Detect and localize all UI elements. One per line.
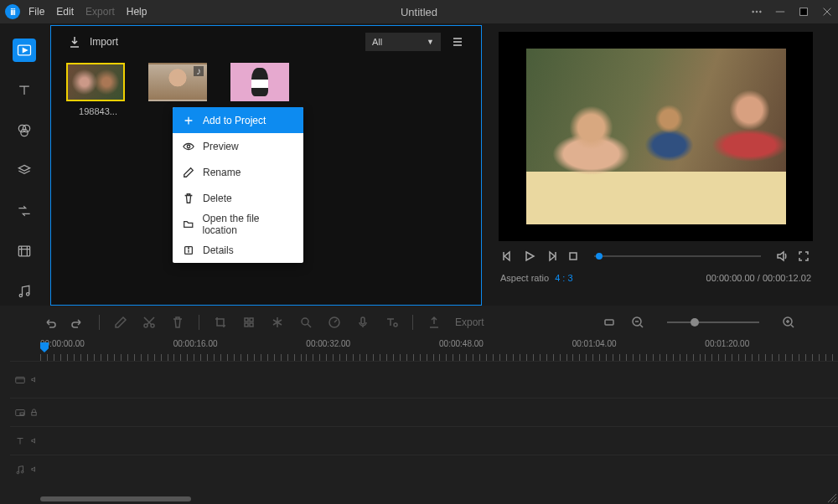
cut-button[interactable] [142,315,157,330]
ctx-add-to-project[interactable]: Add to Project [173,107,303,133]
prev-frame-button[interactable] [500,249,515,264]
info-icon [183,244,194,256]
zoom-in-button[interactable] [781,315,796,330]
timeline-scrollbar[interactable] [0,494,838,504]
sidebar-audio[interactable] [13,280,36,303]
folder-icon [183,219,194,230]
ctx-label: Rename [203,167,241,178]
media-panel: Import All ▼ 198843... ♪ ... 20.png [50,25,482,306]
import-button[interactable]: Import [90,36,118,48]
svg-marker-27 [550,252,555,260]
svg-point-1 [756,11,758,13]
mute-icon[interactable] [30,437,38,445]
zoom-button[interactable] [298,315,313,330]
zoom-slider-handle[interactable] [691,318,699,327]
svg-rect-51 [20,413,23,415]
minimize-icon[interactable] [774,6,786,18]
redo-button[interactable] [70,315,85,330]
export-label[interactable]: Export [455,316,484,328]
sidebar-filters[interactable] [13,119,36,142]
svg-rect-33 [250,318,253,321]
ctx-rename[interactable]: Rename [173,159,303,185]
audio-badge-icon: ♪ [194,66,204,76]
import-icon[interactable] [68,35,81,49]
list-view-icon[interactable] [451,35,464,49]
ctx-open-location[interactable]: Open the file location [173,211,303,237]
svg-point-53 [17,471,19,474]
scrollbar-thumb[interactable] [40,496,191,501]
ctx-preview[interactable]: Preview [173,133,303,159]
svg-rect-29 [570,253,577,260]
delete-button[interactable] [170,315,185,330]
play-button[interactable] [522,249,537,264]
menu-file[interactable]: File [28,6,44,18]
sidebar-text[interactable] [13,79,36,102]
svg-rect-4 [800,8,808,16]
svg-rect-40 [605,320,613,325]
mute-icon[interactable] [30,465,38,473]
svg-point-36 [302,318,308,325]
preview-video[interactable] [499,32,813,241]
mute-icon[interactable] [30,376,38,383]
track-video[interactable] [10,361,838,398]
svg-rect-48 [16,377,25,383]
menu-edit[interactable]: Edit [56,6,74,18]
next-frame-button[interactable] [544,249,559,264]
svg-marker-26 [526,252,534,260]
stop-button[interactable] [566,249,581,264]
voiceover-button[interactable] [355,315,370,330]
ctx-label: Details [203,244,234,256]
aspect-ratio-label: Aspect ratio 4 : 3 [500,273,573,283]
fullscreen-button[interactable] [796,249,811,264]
seek-handle[interactable] [596,253,603,260]
track-audio[interactable] [10,455,838,483]
svg-point-23 [189,247,189,248]
svg-rect-38 [361,317,365,324]
svg-line-43 [640,325,643,327]
more-icon[interactable] [751,6,763,18]
media-item-1[interactable]: 198843... [66,63,130,116]
sidebar-overlays[interactable] [13,159,36,183]
time-display: 00:00:00.00 / 00:00:12.02 [706,273,811,283]
ctx-delete[interactable]: Delete [173,185,303,211]
text-to-speech-button[interactable] [384,315,399,330]
zoom-out-button[interactable] [630,315,645,330]
mosaic-button[interactable] [241,315,256,330]
track-text[interactable] [10,426,838,455]
undo-button[interactable] [42,315,57,330]
svg-point-0 [753,11,754,13]
crop-button[interactable] [213,315,228,330]
speed-button[interactable] [327,315,342,330]
resize-grip-icon[interactable] [828,494,836,502]
svg-rect-34 [245,323,248,327]
audio-track-icon [10,455,30,483]
track-pip[interactable] [10,398,838,426]
ruler-tick: 00:00:48.00 [439,339,572,361]
ctx-label: Delete [203,193,232,204]
svg-rect-12 [18,246,29,256]
export-icon[interactable] [427,315,442,330]
sidebar-elements[interactable] [13,239,36,263]
zoom-fit-button[interactable] [602,315,617,330]
ctx-details[interactable]: Details [173,237,303,263]
maximize-icon[interactable] [798,6,810,18]
seek-bar[interactable] [594,255,761,257]
zoom-slider[interactable] [667,321,759,323]
close-icon[interactable] [821,6,833,18]
media-filter-dropdown[interactable]: All ▼ [365,33,441,51]
menu-help[interactable]: Help [127,6,147,18]
left-sidebar [0,23,49,306]
ctx-label: Add to Project [203,115,266,126]
pencil-icon [183,167,194,178]
volume-button[interactable] [774,249,789,264]
timeline-ruler[interactable]: 00:00:00.00 00:00:16.00 00:00:32.00 00:0… [0,339,838,361]
plus-icon [183,115,194,126]
svg-marker-24 [504,252,510,260]
lock-icon[interactable] [30,409,38,416]
edit-button[interactable] [113,315,128,330]
freeze-button[interactable] [270,315,285,330]
sidebar-media[interactable] [13,39,36,62]
sidebar-transitions[interactable] [13,199,36,223]
trash-icon [183,193,194,204]
window-title: Untitled [401,6,437,18]
